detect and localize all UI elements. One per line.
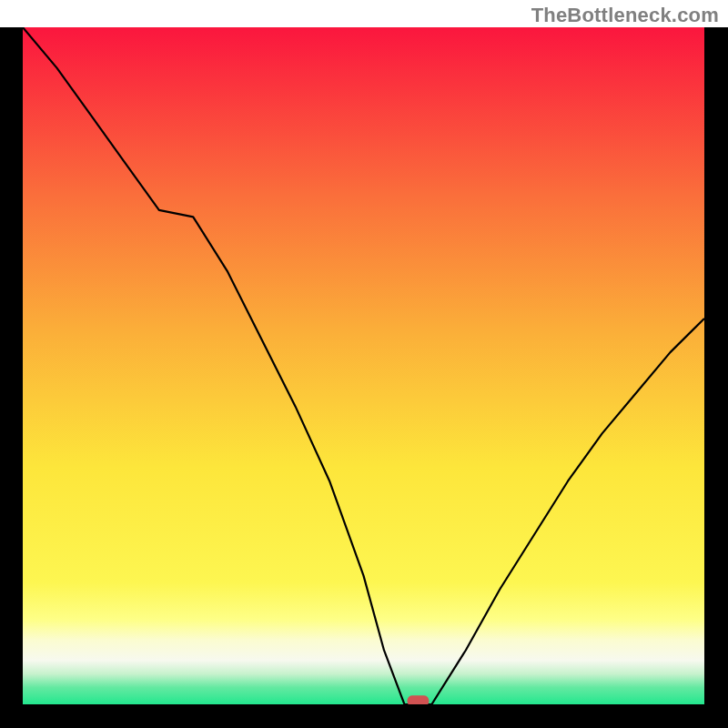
heatmap-gradient (23, 27, 704, 704)
svg-rect-0 (23, 27, 704, 704)
plot-area (0, 27, 728, 728)
chart-container: TheBottleneck.com (0, 0, 728, 728)
attribution-label: TheBottleneck.com (531, 4, 719, 27)
